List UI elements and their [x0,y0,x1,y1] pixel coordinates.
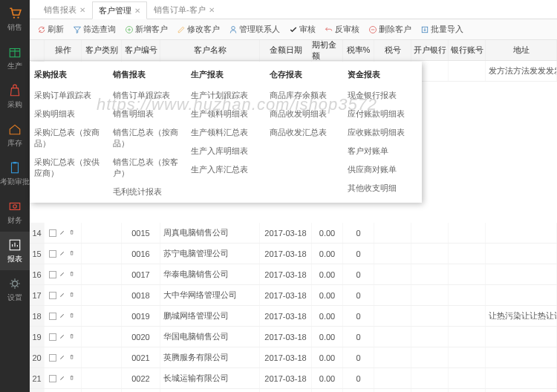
sidebar-item-cart[interactable]: 销售 [0,0,30,39]
dropdown-item[interactable]: 采购明细表 [34,105,104,123]
trash-icon[interactable] [69,229,76,237]
check-icon [289,25,298,34]
checkbox[interactable] [49,292,56,299]
sidebar-item-money[interactable]: 财务 [0,193,30,232]
col-date: 金额日期 [260,40,312,60]
dropdown-item[interactable]: 生产入库明细表 [191,142,261,160]
cell-amt: 0.00 [312,347,343,368]
sidebar-item-box[interactable]: 生产 [0,39,30,77]
sidebar-item-gear[interactable]: 设置 [0,270,30,309]
checkbox[interactable] [49,250,56,258]
pencil-icon[interactable] [59,271,67,278]
trash-icon[interactable] [69,271,76,278]
table-row[interactable]: 190020华国电脑销售公司2017-03-180.000 [30,327,557,347]
toolbar-check-button[interactable]: 审核 [289,24,316,35]
cell-name: 鹏城网络管理公司 [160,306,260,326]
trash-icon[interactable] [69,354,76,362]
toolbar-filter-button[interactable]: 筛选查询 [73,24,116,35]
trash-icon[interactable] [69,375,76,382]
cell-rate: 0 [343,285,374,305]
dropdown-heading: 仓存报表 [270,69,339,80]
close-icon[interactable]: ✕ [209,6,215,14]
dropdown-item[interactable]: 采购汇总表（按商品） [34,123,104,153]
toolbar-label: 刷新 [48,24,64,35]
table-row[interactable]: 140015周真电脑销售公司2017-03-180.000 [30,223,557,244]
pencil-icon[interactable] [59,333,67,341]
dropdown-item[interactable]: 生产领料明细表 [191,105,261,123]
pencil-icon[interactable] [59,313,67,320]
pencil-icon[interactable] [59,375,67,382]
toolbar-undo-button[interactable]: 反审核 [325,24,359,35]
dropdown-item[interactable]: 客户对账单 [348,142,417,160]
table-row[interactable]: 170018大中华网络管理公司2017-03-180.000 [30,285,557,306]
sidebar-item-report[interactable]: 报表 [0,232,30,270]
sidebar-item-clip[interactable]: 考勤审批 [0,154,30,193]
cell-bno [449,285,486,305]
cell-amt: 0.00 [312,285,343,305]
dropdown-item[interactable]: 生产入库汇总表 [191,160,261,179]
pencil-icon[interactable] [59,292,67,299]
dropdown-item[interactable]: 销售明细表 [113,105,183,123]
svg-point-6 [13,204,17,208]
cell-tax [374,306,411,326]
dropdown-item[interactable]: 其他收支明细 [348,179,417,197]
tab[interactable]: 销售报表✕ [37,1,92,19]
checkbox[interactable] [49,354,56,362]
cell-bank [411,306,449,326]
checkbox[interactable] [49,333,56,341]
toolbar-edit-button[interactable]: 修改客户 [177,24,220,35]
trash-icon[interactable] [69,333,76,341]
dropdown-heading: 销售报表 [113,69,183,80]
toolbar-user-button[interactable]: 管理联系人 [229,24,280,35]
toolbar-import-button[interactable]: 批量导入 [420,24,463,35]
trash-icon[interactable] [69,292,76,299]
pencil-icon[interactable] [59,354,67,362]
sidebar: 销售生产采购库存考勤审批财务报表设置 [0,0,30,392]
toolbar-label: 反审核 [335,24,359,35]
dropdown-item[interactable]: 销售汇总表（按客户） [113,153,183,183]
checkbox[interactable] [49,271,56,278]
checkbox[interactable] [49,229,56,237]
dropdown-item[interactable]: 生产计划跟踪表 [191,86,261,105]
dropdown-item[interactable]: 应收账款明细表 [348,123,417,142]
row-ops [45,244,82,264]
pencil-icon[interactable] [59,250,67,258]
dropdown-item[interactable]: 现金银行报表 [348,86,417,105]
dropdown-item[interactable]: 商品收发汇总表 [270,123,339,142]
tab[interactable]: 销售订单-客户✕ [147,1,221,19]
toolbar-label: 管理联系人 [239,24,280,35]
table-row[interactable]: 180019鹏城网络管理公司2017-03-180.000让热污染让让热让让让发 [30,306,557,327]
close-icon[interactable]: ✕ [79,6,85,14]
close-icon[interactable]: ✕ [134,7,140,15]
toolbar-del-button[interactable]: 删除客户 [368,24,411,35]
dropdown-item[interactable]: 供应商对账单 [348,160,417,179]
table-row[interactable]: 200021英腾服务有限公司2017-03-180.000 [30,347,557,368]
dropdown-item[interactable]: 商品收发明细表 [270,105,339,123]
dropdown-item[interactable]: 商品库存余额表 [270,86,339,105]
sidebar-item-home[interactable]: 库存 [0,116,30,154]
cell-name: 英腾服务有限公司 [160,347,260,368]
pencil-icon[interactable] [59,229,67,237]
toolbar-refresh-button[interactable]: 刷新 [37,24,64,35]
dropdown-item[interactable]: 毛利统计报表 [113,183,183,201]
dropdown-item[interactable]: 生产领料汇总表 [191,123,261,142]
sidebar-item-bag[interactable]: 采购 [0,77,30,116]
table-row[interactable]: 150016苏宁电脑管理公司2017-03-180.000 [30,244,557,264]
cell-date: 2017-03-18 [260,244,312,264]
dropdown-item[interactable]: 应付账款明细表 [348,105,417,123]
toolbar-add-button[interactable]: 新增客户 [125,24,168,35]
user-icon [229,25,238,34]
trash-icon[interactable] [69,250,76,258]
cell-bno [449,389,486,392]
checkbox[interactable] [49,313,56,320]
dropdown-item[interactable]: 采购汇总表（按供应商） [34,153,104,183]
dropdown-item[interactable]: 采购订单跟踪表 [34,86,104,105]
tab[interactable]: 客户管理✕ [92,1,147,19]
table-row[interactable]: 210022长城运输有限公司2017-03-180.000 [30,368,557,389]
checkbox[interactable] [49,375,56,382]
table-row[interactable]: 220023校盟网络销售公司2017-03-180.000 [30,389,557,392]
dropdown-item[interactable]: 销售汇总表（按商品） [113,123,183,153]
dropdown-item[interactable]: 销售订单跟踪表 [113,86,183,105]
table-row[interactable]: 160017华泰电脑销售公司2017-03-180.000 [30,264,557,285]
trash-icon[interactable] [69,313,76,320]
